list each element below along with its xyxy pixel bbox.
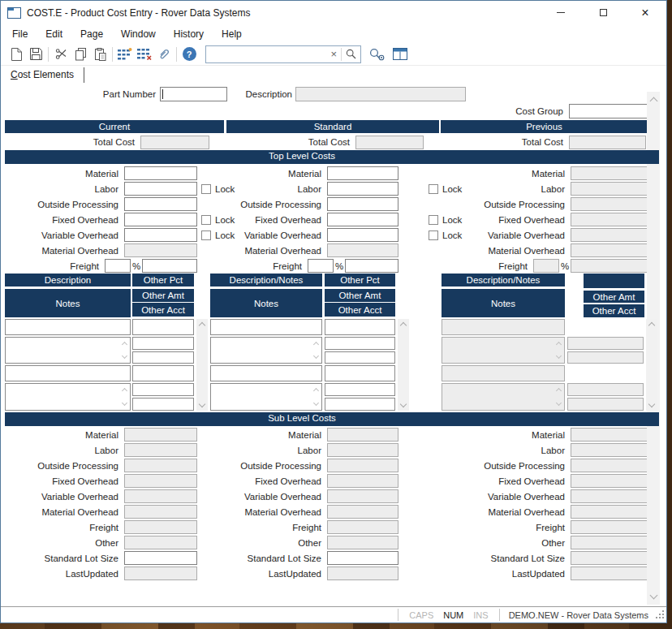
standard-labor-input[interactable] (327, 182, 398, 196)
current-description-input-2[interactable] (5, 365, 131, 381)
variable-overhead-lock-checkbox[interactable] (201, 230, 211, 240)
standard-outside-processing-input[interactable] (327, 197, 398, 211)
scroll-down-icon[interactable] (122, 353, 127, 359)
standard-other-pct-input-2[interactable] (325, 365, 395, 381)
scroll-up-icon[interactable] (199, 322, 205, 329)
title-bar[interactable]: COST.E - Product Cost Entry - Rover Data… (1, 1, 666, 24)
standard-grid-scrollbar[interactable] (398, 319, 409, 411)
scroll-down-icon[interactable] (313, 353, 319, 359)
current-last-updated-input (124, 567, 197, 580)
standard-variable-overhead-input[interactable] (327, 228, 398, 242)
current-labor-input[interactable] (124, 182, 197, 196)
standard-other-acct-input-1[interactable] (325, 351, 395, 364)
scroll-down-icon[interactable] (199, 401, 205, 407)
current-standard-lot-size-input[interactable] (124, 551, 197, 565)
current-outside-processing-input[interactable] (124, 197, 197, 211)
lookup-icon[interactable] (368, 47, 386, 61)
delete-record-icon[interactable] (135, 45, 154, 63)
labor-label: Labor (5, 446, 124, 455)
form-view-icon[interactable] (393, 48, 407, 60)
scroll-down-icon[interactable] (648, 401, 655, 407)
search-magnifier-icon[interactable] (342, 49, 360, 59)
standard-notes-input-2[interactable] (210, 383, 322, 411)
fixed-overhead-lock-checkbox[interactable] (429, 215, 438, 225)
scroll-up-icon[interactable] (313, 388, 319, 394)
tab-cost-elements[interactable]: Cost Elements (11, 69, 74, 80)
standard-other-amt-input-2[interactable] (325, 383, 395, 396)
current-material-input[interactable] (124, 166, 197, 180)
scroll-up-icon (556, 388, 562, 394)
other-pct-header: Other Pct (132, 274, 194, 286)
scroll-up-icon (556, 342, 562, 347)
current-fixed-overhead-input[interactable] (124, 213, 197, 226)
toolbar-separator (112, 47, 113, 62)
standard-other-amt-input-1[interactable] (325, 337, 395, 350)
current-other-pct-input-1[interactable] (132, 319, 194, 335)
close-button[interactable]: × (624, 1, 666, 24)
previous-other-acct-input-2 (567, 398, 644, 411)
standard-fixed-overhead-input[interactable] (327, 213, 398, 226)
current-other-pct-input-2[interactable] (132, 365, 194, 381)
current-other-amt-input-2[interactable] (132, 383, 194, 396)
cost-group-input[interactable] (569, 104, 648, 118)
scroll-up-icon[interactable] (122, 342, 127, 347)
labor-lock-checkbox[interactable] (429, 184, 438, 194)
copy-icon[interactable] (71, 45, 90, 63)
scroll-down-icon[interactable] (122, 400, 127, 406)
resize-grip-icon[interactable] (657, 610, 666, 621)
standard-description-input-1[interactable] (210, 319, 322, 335)
standard-notes-input-1[interactable] (210, 337, 322, 364)
menu-page[interactable]: Page (71, 26, 112, 42)
standard-other-pct-input-1[interactable] (325, 319, 395, 335)
attachment-icon[interactable] (154, 45, 174, 63)
cut-icon[interactable] (51, 45, 71, 63)
freight-label: Freight (5, 523, 124, 532)
labor-lock-checkbox[interactable] (201, 184, 211, 194)
current-freight-pct-input[interactable] (105, 259, 131, 273)
scroll-up-icon[interactable] (649, 97, 657, 106)
minimize-button[interactable] (540, 1, 582, 24)
current-notes-input-2[interactable] (5, 383, 131, 411)
standard-material-input[interactable] (327, 166, 398, 180)
menu-file[interactable]: File (3, 26, 37, 42)
current-freight-input[interactable] (142, 259, 197, 273)
current-variable-overhead-input[interactable] (124, 228, 197, 242)
standard-freight-pct-input[interactable] (308, 259, 334, 273)
previous-grid-scrollbar[interactable] (646, 319, 657, 411)
scroll-down-icon[interactable] (313, 400, 319, 406)
new-document-icon[interactable] (6, 45, 26, 63)
standard-description-input-2[interactable] (210, 365, 322, 381)
standard-lot-size-label: Standard Lot Size (441, 554, 571, 563)
save-icon[interactable] (26, 45, 45, 63)
help-icon[interactable]: ? (179, 45, 199, 63)
menu-history[interactable]: History (165, 26, 213, 42)
current-other-acct-input-1[interactable] (132, 351, 194, 364)
scroll-up-icon[interactable] (648, 322, 655, 329)
description-label: Description (227, 89, 295, 99)
search-clear-icon[interactable]: × (326, 48, 341, 60)
current-notes-input-1[interactable] (5, 337, 131, 364)
standard-standard-lot-size-input[interactable] (327, 551, 398, 565)
scroll-down-icon[interactable] (400, 401, 407, 407)
part-number-input[interactable] (160, 87, 227, 101)
menu-edit[interactable]: Edit (37, 26, 71, 42)
current-description-input-1[interactable] (5, 319, 131, 335)
scroll-up-icon[interactable] (313, 342, 319, 347)
variable-overhead-lock-checkbox[interactable] (429, 230, 438, 240)
paste-icon[interactable] (90, 45, 110, 63)
scroll-up-icon[interactable] (400, 322, 407, 329)
current-other-acct-input-2[interactable] (132, 398, 194, 411)
search-input[interactable] (206, 47, 326, 62)
scroll-up-icon[interactable] (122, 388, 127, 394)
current-grid-scrollbar[interactable] (196, 319, 208, 411)
current-other-amt-input-1[interactable] (132, 337, 194, 350)
menu-window[interactable]: Window (112, 26, 165, 42)
standard-other-acct-input-2[interactable] (325, 398, 395, 411)
maximize-button[interactable] (582, 1, 624, 24)
standard-freight-input[interactable] (345, 259, 398, 273)
scroll-down-icon[interactable] (649, 592, 657, 600)
fixed-overhead-lock-checkbox[interactable] (201, 215, 211, 225)
insert-record-icon[interactable] (115, 45, 135, 63)
menu-help[interactable]: Help (213, 26, 251, 42)
other-acct-header: Other Acct (584, 304, 644, 317)
